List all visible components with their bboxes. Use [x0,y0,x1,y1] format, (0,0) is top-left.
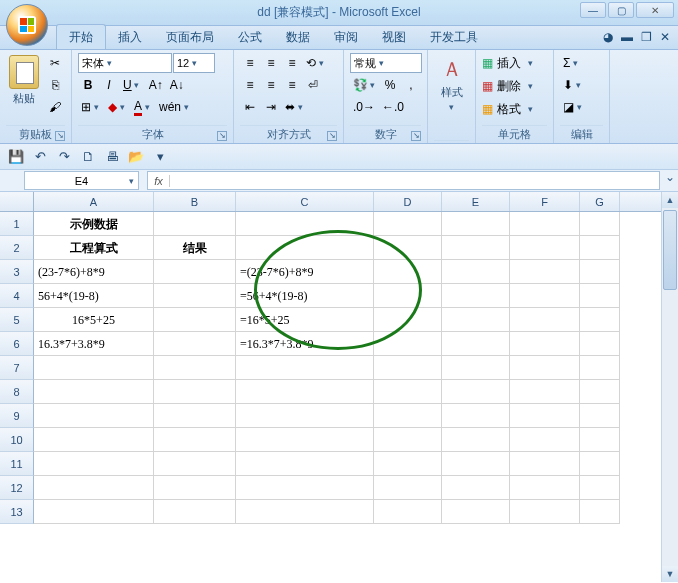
underline-button[interactable]: U▾ [120,75,145,95]
format-painter-button[interactable]: 🖌 [45,97,65,117]
cell-B5[interactable] [154,308,236,332]
tab-formulas[interactable]: 公式 [226,25,274,49]
row-header-1[interactable]: 1 [0,212,34,236]
orientation-button[interactable]: ⟲▾ [303,53,329,73]
tab-home[interactable]: 开始 [56,24,106,49]
cell-D7[interactable] [374,356,442,380]
cell-A4[interactable]: 56+4*(19-8) [34,284,154,308]
decrease-decimal-button[interactable]: ←.0 [379,97,407,117]
cell-D2[interactable] [374,236,442,260]
cell-F2[interactable] [510,236,580,260]
cell-B3[interactable] [154,260,236,284]
col-header-A[interactable]: A [34,192,154,211]
cell-B4[interactable] [154,284,236,308]
cell-D11[interactable] [374,452,442,476]
cell-F12[interactable] [510,476,580,500]
row-header-12[interactable]: 12 [0,476,34,500]
cell-C9[interactable] [236,404,374,428]
cell-A13[interactable] [34,500,154,524]
clipboard-launcher[interactable]: ↘ [55,131,65,141]
maximize-button[interactable]: ▢ [608,2,634,18]
cell-C1[interactable] [236,212,374,236]
align-center-button[interactable]: ≡ [261,75,281,95]
cell-G5[interactable] [580,308,620,332]
cell-B12[interactable] [154,476,236,500]
expand-formula-bar-button[interactable]: ⌄ [662,170,678,191]
qat-open-button[interactable]: 📂 [126,147,146,167]
cell-C6[interactable]: =16.3*7+3.8*9 [236,332,374,356]
insert-cells-button[interactable]: 插入 [494,53,524,73]
cell-A6[interactable]: 16.3*7+3.8*9 [34,332,154,356]
autosum-button[interactable]: Σ▾ [560,53,583,73]
cell-B13[interactable] [154,500,236,524]
cell-A12[interactable] [34,476,154,500]
shrink-font-button[interactable]: A↓ [167,75,187,95]
scroll-down-arrow[interactable]: ▼ [662,566,678,582]
row-header-7[interactable]: 7 [0,356,34,380]
tab-page-layout[interactable]: 页面布局 [154,25,226,49]
number-format-combo[interactable]: 常规▾ [350,53,422,73]
cell-E3[interactable] [442,260,510,284]
delete-cells-button[interactable]: 删除 [494,76,524,96]
col-header-E[interactable]: E [442,192,510,211]
fill-color-button[interactable]: ◆▾ [105,97,130,117]
qat-undo-button[interactable]: ↶ [30,147,50,167]
cell-E11[interactable] [442,452,510,476]
font-name-combo[interactable]: 宋体▾ [78,53,172,73]
font-color-button[interactable]: A▾ [131,97,155,117]
col-header-B[interactable]: B [154,192,236,211]
tab-view[interactable]: 视图 [370,25,418,49]
cell-E6[interactable] [442,332,510,356]
tab-insert[interactable]: 插入 [106,25,154,49]
align-middle-button[interactable]: ≡ [261,53,281,73]
cell-G1[interactable] [580,212,620,236]
grow-font-button[interactable]: A↑ [146,75,166,95]
cell-B2[interactable]: 结果 [154,236,236,260]
cell-B6[interactable] [154,332,236,356]
alignment-launcher[interactable]: ↘ [327,131,337,141]
cell-C13[interactable] [236,500,374,524]
cell-A5[interactable]: 16*5+25 [34,308,154,332]
cell-styles-button[interactable]: Ａ 样式 ▾ [434,53,469,140]
cell-D12[interactable] [374,476,442,500]
row-header-5[interactable]: 5 [0,308,34,332]
row-header-8[interactable]: 8 [0,380,34,404]
scroll-up-arrow[interactable]: ▲ [662,192,678,208]
font-size-combo[interactable]: 12▾ [173,53,215,73]
row-header-2[interactable]: 2 [0,236,34,260]
accounting-button[interactable]: 💱▾ [350,75,379,95]
col-header-D[interactable]: D [374,192,442,211]
cell-A3[interactable]: (23-7*6)+8*9 [34,260,154,284]
cell-A7[interactable] [34,356,154,380]
cell-G8[interactable] [580,380,620,404]
cell-G2[interactable] [580,236,620,260]
office-button[interactable] [6,4,48,46]
row-header-6[interactable]: 6 [0,332,34,356]
cell-D8[interactable] [374,380,442,404]
cell-E10[interactable] [442,428,510,452]
cell-D5[interactable] [374,308,442,332]
cell-B10[interactable] [154,428,236,452]
row-header-9[interactable]: 9 [0,404,34,428]
tab-data[interactable]: 数据 [274,25,322,49]
cell-C3[interactable]: =(23-7*6)+8*9 [236,260,374,284]
cell-F1[interactable] [510,212,580,236]
col-header-C[interactable]: C [236,192,374,211]
cell-A9[interactable] [34,404,154,428]
tab-developer[interactable]: 开发工具 [418,25,490,49]
minimize-button[interactable]: — [580,2,606,18]
cell-E8[interactable] [442,380,510,404]
increase-decimal-button[interactable]: .0→ [350,97,378,117]
wrap-text-button[interactable]: ⏎ [303,75,323,95]
row-header-13[interactable]: 13 [0,500,34,524]
cell-C5[interactable]: =16*5+25 [236,308,374,332]
cell-E9[interactable] [442,404,510,428]
cell-A8[interactable] [34,380,154,404]
cell-G6[interactable] [580,332,620,356]
cell-C8[interactable] [236,380,374,404]
cell-A11[interactable] [34,452,154,476]
merge-button[interactable]: ⬌▾ [282,97,308,117]
close-workbook-icon[interactable]: ✕ [660,30,670,44]
col-header-F[interactable]: F [510,192,580,211]
cell-G9[interactable] [580,404,620,428]
